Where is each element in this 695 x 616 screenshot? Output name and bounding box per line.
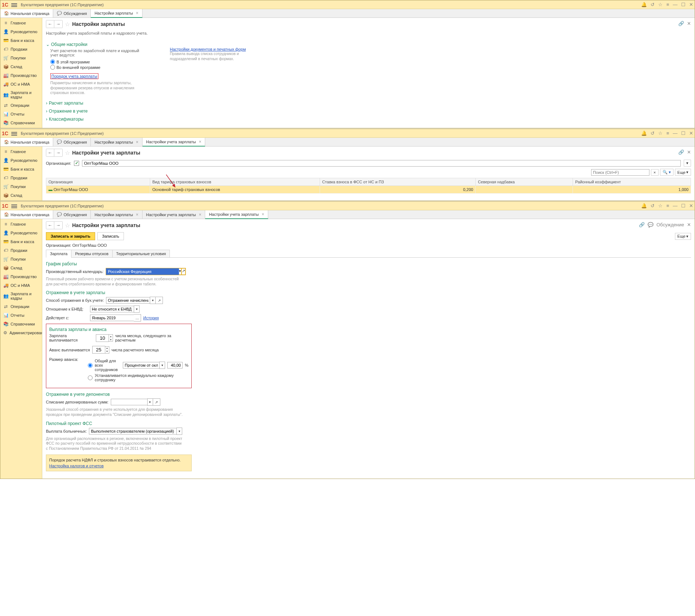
hamburger-icon[interactable] (11, 204, 17, 208)
sidebar-item-warehouse[interactable]: 📦Склад (0, 62, 42, 71)
sidebar-item-operations[interactable]: ⇄Операции (0, 302, 42, 311)
bell-icon[interactable]: 🔔 (641, 130, 647, 136)
forward-button[interactable]: → (54, 222, 62, 229)
search-clear[interactable]: × (651, 169, 658, 176)
sidebar-item-main[interactable]: ≡Главное (0, 220, 42, 229)
section-calc[interactable]: Расчет зарплаты (46, 101, 148, 106)
tab-salary-acc-settings-2[interactable]: Настройки учета зарплаты× (205, 210, 268, 219)
ellipsis-button[interactable]: … (134, 314, 141, 321)
sidebar-item-warehouse[interactable]: 📦Склад (0, 191, 42, 200)
close-icon[interactable]: ✕ (689, 203, 693, 208)
forward-button[interactable]: → (54, 149, 62, 156)
star-icon[interactable]: ☆ (658, 2, 663, 7)
dropdown-icon[interactable]: ▾ (176, 428, 182, 435)
sidebar-item-reports[interactable]: 📊Отчеты (0, 311, 42, 320)
sidebar-item-bank[interactable]: 💳Банк и касса (0, 237, 42, 246)
options-icon[interactable]: ≡ (666, 130, 669, 136)
sidebar-item-operations[interactable]: ⇄Операции (0, 101, 42, 110)
close-icon[interactable]: ✕ (689, 130, 693, 136)
close-icon[interactable]: × (136, 212, 138, 217)
org-checkbox[interactable]: ✓ (74, 161, 79, 166)
sidebar-item-manager[interactable]: 👤Руководителю (0, 156, 42, 165)
radio-individual[interactable]: Устанавливается индивидуально каждому со… (88, 373, 188, 382)
sidebar-item-references[interactable]: 📚Справочники (0, 118, 42, 127)
tab-discussions[interactable]: 💬 Обсуждения (53, 138, 91, 146)
sidebar-item-sales[interactable]: 🏷Продажи (0, 246, 42, 255)
favorite-icon[interactable]: ☆ (65, 149, 70, 156)
minimize-icon[interactable]: — (673, 203, 678, 208)
hamburger-icon[interactable] (11, 131, 17, 136)
radio-common[interactable]: Общий для всех сотрудников ▾ % (88, 359, 188, 372)
sidebar-item-purchases[interactable]: 🛒Покупки (0, 182, 42, 191)
close-icon[interactable]: × (262, 212, 264, 217)
sidebar-item-production[interactable]: 🏭Производство (0, 272, 42, 281)
close-icon[interactable]: ✕ (687, 21, 691, 26)
more-button[interactable]: Еще ▾ (675, 233, 691, 240)
col-org[interactable]: Организация (46, 178, 150, 186)
sidebar-item-bank[interactable]: 💳Банк и касса (0, 165, 42, 174)
close-icon[interactable]: × (136, 140, 138, 145)
sidebar-item-os-nma[interactable]: 🚚ОС и НМА (0, 281, 42, 290)
docs-forms-link[interactable]: Настройки документов и печатных форм (170, 47, 246, 51)
dropdown-icon[interactable]: ▾ (179, 268, 181, 275)
tab-salary-settings[interactable]: Настройки зарплаты× (91, 9, 142, 18)
history-link[interactable]: История (143, 316, 159, 320)
dropdown-icon[interactable]: ▾ (159, 362, 165, 369)
org-input[interactable] (82, 160, 681, 167)
col-tariff[interactable]: Вид тарифа страховых взносов (150, 178, 320, 186)
close-icon[interactable]: × (199, 139, 201, 144)
back-button[interactable]: ← (46, 222, 54, 229)
sidebar-item-reports[interactable]: 📊Отчеты (0, 110, 42, 118)
sidebar-item-main[interactable]: ≡Главное (0, 19, 42, 27)
up-icon[interactable]: ▲ (109, 335, 113, 338)
close-icon[interactable]: ✕ (689, 2, 693, 7)
link-icon[interactable]: 🔗 (678, 149, 684, 155)
percent-value-input[interactable] (167, 362, 183, 369)
org-dropdown[interactable]: ▾ (684, 160, 691, 167)
col-region[interactable]: Районный коэффициент (573, 178, 691, 186)
way-input[interactable] (106, 297, 150, 304)
inner-tab-reserves[interactable]: Резервы отпусков (71, 250, 112, 257)
down-icon[interactable]: ▼ (109, 338, 113, 341)
sidebar-item-references[interactable]: 📚Справочники (0, 320, 42, 328)
link-icon[interactable]: 🔗 (639, 222, 645, 227)
discussion-icon[interactable]: 💬 (648, 222, 653, 227)
tab-home[interactable]: 🏠 Начальная страница (0, 9, 53, 17)
discussion-label[interactable]: Обсуждение (656, 222, 684, 227)
dropdown-icon[interactable]: ▾ (147, 398, 153, 406)
maximize-icon[interactable]: ☐ (681, 203, 686, 208)
up-icon[interactable]: ▲ (105, 347, 109, 350)
sidebar-item-bank[interactable]: 💳Банк и касса (0, 36, 42, 45)
maximize-icon[interactable]: ☐ (681, 130, 686, 136)
history-icon[interactable]: ↺ (651, 130, 655, 136)
history-icon[interactable]: ↺ (651, 203, 655, 208)
tax-settings-link[interactable]: Настройка налогов и отчетов (49, 464, 104, 468)
star-icon[interactable]: ☆ (658, 130, 663, 136)
minimize-icon[interactable]: — (673, 130, 678, 136)
radio-external-program[interactable]: Во внешней программе (50, 65, 148, 70)
tab-salary-acc-settings[interactable]: Настройки учета зарплаты× (142, 138, 206, 147)
bell-icon[interactable]: 🔔 (641, 2, 647, 7)
sidebar-item-os-nma[interactable]: 🚚ОС и НМА (0, 80, 42, 89)
close-icon[interactable]: ✕ (687, 149, 691, 155)
table-row[interactable]: ▬ ОптТоргМаш ООО Основной тариф страховы… (46, 186, 691, 194)
sidebar-item-manager[interactable]: 👤Руководителю (0, 27, 42, 36)
sidebar-item-manager[interactable]: 👤Руководителю (0, 229, 42, 237)
back-button[interactable]: ← (46, 149, 54, 156)
section-general[interactable]: Общие настройки (46, 42, 148, 47)
fss-input[interactable] (89, 428, 176, 434)
inner-tab-territory[interactable]: Территориальные условия (112, 250, 170, 257)
radio-this-program[interactable]: В этой программе (50, 59, 148, 64)
sidebar-item-purchases[interactable]: 🛒Покупки (0, 255, 42, 264)
sidebar-item-salary-hr[interactable]: 👥Зарплата и кадры (0, 89, 42, 101)
col-north[interactable]: Северная надбавка (476, 178, 573, 186)
dropdown-icon[interactable]: ▾ (134, 305, 140, 313)
sidebar-item-production[interactable]: 🏭Производство (0, 71, 42, 80)
inner-tab-salary[interactable]: Зарплата (46, 250, 71, 258)
close-icon[interactable]: ✕ (687, 222, 691, 227)
favorite-icon[interactable]: ☆ (65, 21, 70, 28)
tab-salary-settings[interactable]: Настройки зарплаты× (91, 210, 142, 219)
open-button[interactable]: ↗ (181, 268, 186, 275)
percent-mode-input[interactable] (123, 362, 159, 369)
hamburger-icon[interactable] (11, 3, 17, 7)
